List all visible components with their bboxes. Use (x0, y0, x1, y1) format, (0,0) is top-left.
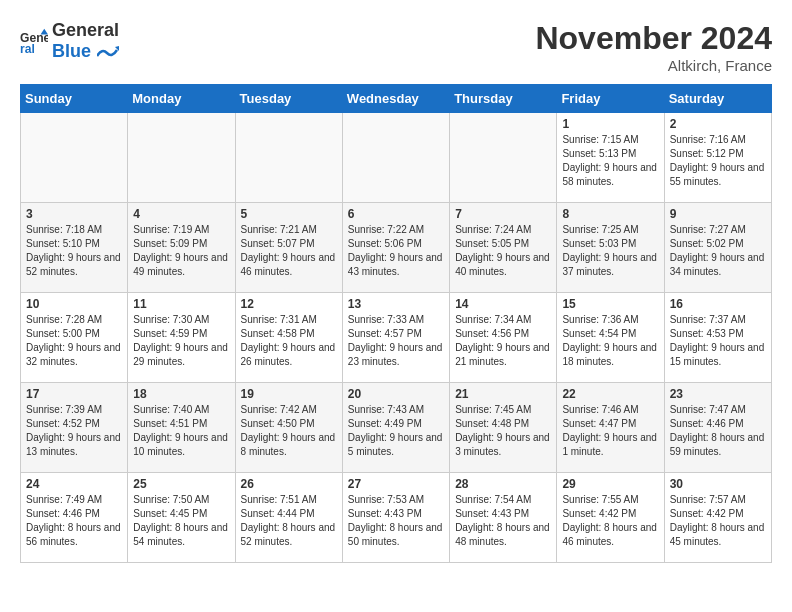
calendar-cell: 16Sunrise: 7:37 AM Sunset: 4:53 PM Dayli… (664, 293, 771, 383)
calendar-cell: 15Sunrise: 7:36 AM Sunset: 4:54 PM Dayli… (557, 293, 664, 383)
day-number: 7 (455, 207, 551, 221)
calendar-week-row: 24Sunrise: 7:49 AM Sunset: 4:46 PM Dayli… (21, 473, 772, 563)
logo-wave-icon (97, 46, 119, 60)
day-info: Sunrise: 7:45 AM Sunset: 4:48 PM Dayligh… (455, 403, 551, 459)
day-info: Sunrise: 7:21 AM Sunset: 5:07 PM Dayligh… (241, 223, 337, 279)
calendar-cell (128, 113, 235, 203)
day-info: Sunrise: 7:42 AM Sunset: 4:50 PM Dayligh… (241, 403, 337, 459)
header-thursday: Thursday (450, 85, 557, 113)
logo-blue: Blue (52, 41, 91, 61)
day-info: Sunrise: 7:15 AM Sunset: 5:13 PM Dayligh… (562, 133, 658, 189)
day-info: Sunrise: 7:43 AM Sunset: 4:49 PM Dayligh… (348, 403, 444, 459)
day-number: 18 (133, 387, 229, 401)
calendar-cell: 18Sunrise: 7:40 AM Sunset: 4:51 PM Dayli… (128, 383, 235, 473)
calendar-cell: 28Sunrise: 7:54 AM Sunset: 4:43 PM Dayli… (450, 473, 557, 563)
day-info: Sunrise: 7:19 AM Sunset: 5:09 PM Dayligh… (133, 223, 229, 279)
day-number: 29 (562, 477, 658, 491)
calendar-cell: 4Sunrise: 7:19 AM Sunset: 5:09 PM Daylig… (128, 203, 235, 293)
calendar-cell: 27Sunrise: 7:53 AM Sunset: 4:43 PM Dayli… (342, 473, 449, 563)
day-number: 6 (348, 207, 444, 221)
calendar-cell: 22Sunrise: 7:46 AM Sunset: 4:47 PM Dayli… (557, 383, 664, 473)
calendar-cell: 24Sunrise: 7:49 AM Sunset: 4:46 PM Dayli… (21, 473, 128, 563)
day-number: 20 (348, 387, 444, 401)
day-info: Sunrise: 7:31 AM Sunset: 4:58 PM Dayligh… (241, 313, 337, 369)
day-number: 17 (26, 387, 122, 401)
day-number: 21 (455, 387, 551, 401)
day-number: 14 (455, 297, 551, 311)
calendar-cell: 19Sunrise: 7:42 AM Sunset: 4:50 PM Dayli… (235, 383, 342, 473)
day-info: Sunrise: 7:16 AM Sunset: 5:12 PM Dayligh… (670, 133, 766, 189)
day-info: Sunrise: 7:53 AM Sunset: 4:43 PM Dayligh… (348, 493, 444, 549)
day-number: 27 (348, 477, 444, 491)
calendar-cell: 3Sunrise: 7:18 AM Sunset: 5:10 PM Daylig… (21, 203, 128, 293)
header-wednesday: Wednesday (342, 85, 449, 113)
day-info: Sunrise: 7:46 AM Sunset: 4:47 PM Dayligh… (562, 403, 658, 459)
page-header: Gene ral General Blue November 2024 Altk… (20, 20, 772, 74)
day-number: 22 (562, 387, 658, 401)
calendar-cell: 9Sunrise: 7:27 AM Sunset: 5:02 PM Daylig… (664, 203, 771, 293)
svg-text:ral: ral (20, 42, 35, 55)
day-info: Sunrise: 7:27 AM Sunset: 5:02 PM Dayligh… (670, 223, 766, 279)
logo: Gene ral General Blue (20, 20, 119, 62)
day-number: 16 (670, 297, 766, 311)
calendar-cell: 6Sunrise: 7:22 AM Sunset: 5:06 PM Daylig… (342, 203, 449, 293)
day-number: 13 (348, 297, 444, 311)
calendar-cell: 26Sunrise: 7:51 AM Sunset: 4:44 PM Dayli… (235, 473, 342, 563)
header-tuesday: Tuesday (235, 85, 342, 113)
day-number: 8 (562, 207, 658, 221)
calendar-cell: 2Sunrise: 7:16 AM Sunset: 5:12 PM Daylig… (664, 113, 771, 203)
header-saturday: Saturday (664, 85, 771, 113)
day-info: Sunrise: 7:57 AM Sunset: 4:42 PM Dayligh… (670, 493, 766, 549)
day-info: Sunrise: 7:33 AM Sunset: 4:57 PM Dayligh… (348, 313, 444, 369)
day-number: 3 (26, 207, 122, 221)
day-number: 30 (670, 477, 766, 491)
day-info: Sunrise: 7:49 AM Sunset: 4:46 PM Dayligh… (26, 493, 122, 549)
location-subtitle: Altkirch, France (535, 57, 772, 74)
calendar-cell: 21Sunrise: 7:45 AM Sunset: 4:48 PM Dayli… (450, 383, 557, 473)
day-info: Sunrise: 7:28 AM Sunset: 5:00 PM Dayligh… (26, 313, 122, 369)
day-number: 9 (670, 207, 766, 221)
day-number: 2 (670, 117, 766, 131)
calendar-cell: 7Sunrise: 7:24 AM Sunset: 5:05 PM Daylig… (450, 203, 557, 293)
header-monday: Monday (128, 85, 235, 113)
calendar-cell: 14Sunrise: 7:34 AM Sunset: 4:56 PM Dayli… (450, 293, 557, 383)
calendar-week-row: 17Sunrise: 7:39 AM Sunset: 4:52 PM Dayli… (21, 383, 772, 473)
title-block: November 2024 Altkirch, France (535, 20, 772, 74)
calendar-week-row: 10Sunrise: 7:28 AM Sunset: 5:00 PM Dayli… (21, 293, 772, 383)
day-info: Sunrise: 7:22 AM Sunset: 5:06 PM Dayligh… (348, 223, 444, 279)
month-title: November 2024 (535, 20, 772, 57)
calendar-cell: 17Sunrise: 7:39 AM Sunset: 4:52 PM Dayli… (21, 383, 128, 473)
day-number: 1 (562, 117, 658, 131)
calendar-cell: 25Sunrise: 7:50 AM Sunset: 4:45 PM Dayli… (128, 473, 235, 563)
day-info: Sunrise: 7:47 AM Sunset: 4:46 PM Dayligh… (670, 403, 766, 459)
day-info: Sunrise: 7:36 AM Sunset: 4:54 PM Dayligh… (562, 313, 658, 369)
day-info: Sunrise: 7:37 AM Sunset: 4:53 PM Dayligh… (670, 313, 766, 369)
calendar-cell: 1Sunrise: 7:15 AM Sunset: 5:13 PM Daylig… (557, 113, 664, 203)
calendar-cell: 11Sunrise: 7:30 AM Sunset: 4:59 PM Dayli… (128, 293, 235, 383)
day-info: Sunrise: 7:55 AM Sunset: 4:42 PM Dayligh… (562, 493, 658, 549)
day-info: Sunrise: 7:40 AM Sunset: 4:51 PM Dayligh… (133, 403, 229, 459)
day-info: Sunrise: 7:30 AM Sunset: 4:59 PM Dayligh… (133, 313, 229, 369)
calendar-cell: 8Sunrise: 7:25 AM Sunset: 5:03 PM Daylig… (557, 203, 664, 293)
day-number: 11 (133, 297, 229, 311)
calendar-cell (21, 113, 128, 203)
calendar-header-row: SundayMondayTuesdayWednesdayThursdayFrid… (21, 85, 772, 113)
calendar-cell: 12Sunrise: 7:31 AM Sunset: 4:58 PM Dayli… (235, 293, 342, 383)
day-info: Sunrise: 7:50 AM Sunset: 4:45 PM Dayligh… (133, 493, 229, 549)
calendar-cell: 5Sunrise: 7:21 AM Sunset: 5:07 PM Daylig… (235, 203, 342, 293)
day-number: 15 (562, 297, 658, 311)
calendar-cell: 29Sunrise: 7:55 AM Sunset: 4:42 PM Dayli… (557, 473, 664, 563)
day-number: 12 (241, 297, 337, 311)
calendar-cell: 23Sunrise: 7:47 AM Sunset: 4:46 PM Dayli… (664, 383, 771, 473)
day-number: 4 (133, 207, 229, 221)
day-number: 19 (241, 387, 337, 401)
calendar-week-row: 1Sunrise: 7:15 AM Sunset: 5:13 PM Daylig… (21, 113, 772, 203)
calendar-cell (450, 113, 557, 203)
day-number: 28 (455, 477, 551, 491)
header-sunday: Sunday (21, 85, 128, 113)
logo-icon: Gene ral (20, 27, 48, 55)
day-number: 10 (26, 297, 122, 311)
calendar-cell: 10Sunrise: 7:28 AM Sunset: 5:00 PM Dayli… (21, 293, 128, 383)
day-info: Sunrise: 7:18 AM Sunset: 5:10 PM Dayligh… (26, 223, 122, 279)
day-info: Sunrise: 7:34 AM Sunset: 4:56 PM Dayligh… (455, 313, 551, 369)
